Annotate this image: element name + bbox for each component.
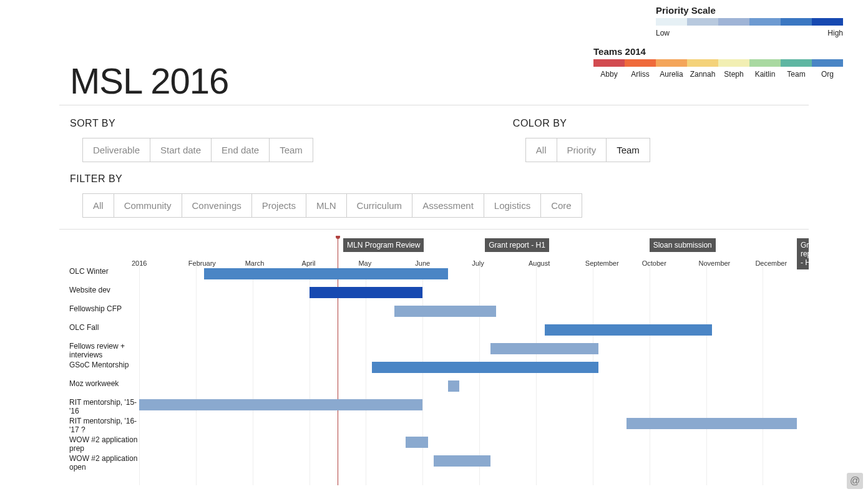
team-swatch	[781, 59, 812, 67]
month-label: August	[529, 259, 550, 267]
filter-heading: FILTER BY	[70, 173, 582, 185]
color-heading: COLOR BY	[513, 118, 650, 129]
team-swatch	[625, 59, 656, 67]
filter-button-logistics[interactable]: Logistics	[484, 193, 541, 218]
sort-button-deliverable[interactable]: Deliverable	[82, 138, 150, 162]
gantt-bar[interactable]	[448, 380, 459, 392]
filter-button-convenings[interactable]: Convenings	[182, 193, 252, 218]
gantt-bar[interactable]	[434, 455, 490, 467]
page-title: MSL 2016	[70, 60, 228, 102]
row-label: RIT mentorship, '15-'16	[69, 398, 139, 415]
sort-button-team[interactable]: Team	[269, 138, 313, 162]
row-label: Fellows review + interviews	[69, 342, 139, 359]
row-label: Fellowship CFP	[69, 304, 139, 313]
team-label: Steph	[724, 70, 743, 79]
gridline	[536, 266, 537, 485]
filter-button-projects[interactable]: Projects	[251, 193, 306, 218]
month-label: September	[585, 259, 619, 267]
team-swatch	[718, 59, 749, 67]
milestone: Sloan submission	[650, 238, 716, 252]
legend-teams-title: Teams 2014	[593, 46, 843, 57]
at-icon[interactable]: @	[847, 473, 863, 489]
team-label: Arliss	[631, 70, 649, 79]
team-label: Org	[821, 70, 834, 79]
today-marker	[336, 236, 340, 239]
month-label: October	[642, 259, 666, 267]
row-label: WOW #2 application prep	[69, 435, 139, 453]
legend-priority: Priority Scale Low High	[656, 5, 843, 37]
team-swatch	[812, 59, 843, 67]
month-label: 2016	[132, 259, 147, 267]
milestone: MLN Program Review	[343, 238, 424, 252]
gridline	[310, 266, 310, 485]
gridline	[706, 266, 707, 485]
gridline	[650, 266, 650, 485]
month-label: March	[245, 259, 265, 267]
color-button-priority[interactable]: Priority	[557, 138, 607, 162]
team-label: Aurelia	[660, 70, 683, 79]
team-swatch	[656, 59, 687, 67]
sort-button-group: DeliverableStart dateEnd dateTeam	[82, 138, 313, 162]
filter-button-group: AllCommunityConveningsProjectsMLNCurricu…	[82, 193, 582, 218]
team-label: Abby	[600, 70, 617, 79]
month-label: November	[699, 259, 731, 267]
gantt-bar[interactable]	[139, 399, 422, 410]
team-label: Kaitlin	[755, 70, 776, 79]
legend-teams: Teams 2014 AbbyArlissAureliaZannahStephK…	[593, 46, 843, 79]
team-swatch	[593, 59, 625, 67]
row-label: Moz workweek	[69, 379, 139, 388]
priority-swatch	[656, 18, 687, 26]
color-button-team[interactable]: Team	[606, 138, 650, 162]
legend-priority-title: Priority Scale	[656, 5, 843, 16]
gantt-bar[interactable]	[310, 287, 423, 298]
gridline	[253, 266, 253, 485]
month-label: July	[472, 259, 484, 267]
color-button-group: AllPriorityTeam	[525, 138, 650, 162]
sort-button-start-date[interactable]: Start date	[150, 138, 212, 162]
row-label: WOW #2 application open	[69, 454, 139, 472]
gantt-bar[interactable]	[204, 268, 448, 279]
gridline	[366, 266, 366, 485]
milestone: Grant report - H2	[797, 238, 809, 269]
sort-button-end-date[interactable]: End date	[211, 138, 270, 162]
priority-swatch	[718, 18, 749, 26]
filter-button-assessment[interactable]: Assessment	[412, 193, 484, 218]
month-label: April	[302, 259, 316, 267]
team-label: Team	[787, 70, 805, 79]
month-label: May	[358, 259, 371, 267]
priority-swatch	[812, 18, 843, 26]
color-button-all[interactable]: All	[525, 138, 557, 162]
gantt-bar[interactable]	[406, 437, 428, 448]
gantt-bar[interactable]	[394, 306, 497, 317]
filter-button-curriculum[interactable]: Curriculum	[346, 193, 413, 218]
row-label: OLC Winter	[69, 267, 139, 276]
month-label: December	[755, 259, 787, 267]
gantt-bar[interactable]	[627, 418, 797, 429]
row-label: Website dev	[69, 286, 139, 294]
gridline	[593, 266, 593, 485]
filter-button-mln[interactable]: MLN	[306, 193, 347, 218]
gridline	[479, 266, 480, 485]
team-swatch	[687, 59, 718, 67]
milestone: Grant report - H1	[485, 238, 549, 252]
gridline	[422, 266, 423, 485]
team-swatch	[749, 59, 781, 67]
filter-button-core[interactable]: Core	[540, 193, 582, 218]
filter-button-all[interactable]: All	[82, 193, 114, 218]
gridline	[763, 266, 763, 485]
row-label: GSoC Mentorship	[69, 361, 139, 369]
divider	[59, 229, 809, 230]
row-label: OLC Fall	[69, 323, 139, 332]
gantt-bar[interactable]	[372, 362, 598, 373]
gridline	[139, 266, 140, 485]
gantt-bar[interactable]	[545, 324, 712, 336]
legend-low-label: Low	[656, 29, 670, 37]
month-label: June	[415, 259, 430, 267]
row-label: RIT mentorship, '16-'17 ?	[69, 417, 139, 434]
priority-swatch	[687, 18, 718, 26]
legend-high-label: High	[827, 29, 843, 37]
priority-swatch	[749, 18, 781, 26]
gantt-bar[interactable]	[490, 343, 598, 354]
filter-button-community[interactable]: Community	[114, 193, 182, 218]
month-label: February	[188, 259, 216, 267]
